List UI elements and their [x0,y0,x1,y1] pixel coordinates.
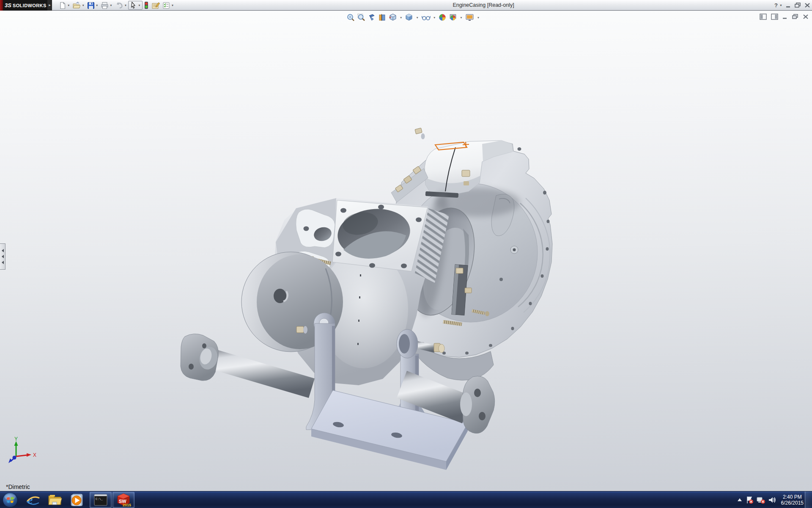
doc-minimize-icon[interactable] [782,14,788,19]
apply-scene-button[interactable] [448,13,458,22]
main-toolbar: ▼ ▼ ▼ [58,0,175,10]
zoom-to-fit-button[interactable] [346,13,355,22]
brand-name: SOLIDWORKS [13,3,47,8]
chevron-left-icon [2,249,4,252]
menu-expand-arrow[interactable]: ▶ [47,0,52,11]
hide-show-items-button[interactable] [421,13,431,22]
viewport-3d[interactable]: ▼ ▼ ▼ [0,11,812,491]
taskbar-file-explorer[interactable] [47,491,63,508]
taskbar-media-player[interactable] [69,491,85,508]
pane-right-icon[interactable] [771,14,778,20]
dropdown-arrow[interactable]: ▼ [416,16,418,19]
new-document-icon [59,2,66,9]
view-orientation-button[interactable] [388,13,398,22]
taskbar-internet-explorer[interactable]: e [25,491,41,508]
help-dropdown-arrow[interactable]: ▼ [779,4,782,7]
dropdown-arrow[interactable]: ▼ [433,16,436,19]
save-icon [87,2,95,9]
document-window-controls [760,14,809,20]
previous-view-icon [368,13,376,22]
previous-view-button[interactable] [367,13,376,22]
taskbar-command-prompt[interactable]: C:\_ [90,492,112,508]
help-button[interactable]: ? [774,2,778,8]
close-button[interactable] [804,3,810,8]
view-orientation-icon [389,13,397,22]
section-view-icon [378,13,387,22]
clock-time: 2:40 PM [781,494,804,500]
edit-note-icon [151,2,160,9]
zoom-to-fit-icon [346,13,355,22]
traffic-light-button[interactable] [143,1,150,10]
save-button[interactable]: ▼ [86,1,99,10]
undo-button[interactable]: ▼ [114,1,128,10]
zoom-to-area-icon [357,13,365,22]
edit-appearance-button[interactable] [438,13,447,22]
network-status-icon[interactable] [756,496,765,504]
select-button[interactable]: ▼ [128,1,142,10]
taskbar: e C [0,491,812,508]
orientation-triad: Y X [3,436,46,468]
taskbar-clock[interactable]: 2:40 PM 6/26/2015 [781,494,804,506]
doc-close-icon[interactable] [803,14,809,19]
restore-button[interactable] [795,3,801,8]
triad-y-label: Y [14,436,18,442]
solidworks-window: ▼ ▼ ▼ [0,0,812,508]
view-settings-icon [465,13,475,22]
hidden-icons-button[interactable] [737,497,743,502]
new-document-button[interactable]: ▼ [58,1,71,10]
traffic-light-icon [144,1,149,9]
edit-note-button[interactable] [150,1,161,10]
select-cursor-icon [130,2,137,9]
open-icon [72,2,81,9]
print-button[interactable]: ▼ [99,1,113,10]
file-explorer-icon [47,493,63,507]
options-checklist-icon [162,2,170,9]
open-button[interactable]: ▼ [71,1,85,10]
chevron-left-icon [2,261,4,264]
display-style-button[interactable] [404,13,414,22]
dropdown-arrow[interactable]: ▼ [477,16,480,19]
system-tray: 2:40 PM 6/26/2015 [737,491,804,508]
clock-date: 6/26/2015 [781,500,804,506]
svg-text:C:\_: C:\_ [96,497,103,501]
taskbar-solidworks[interactable]: SW 2015 [112,492,134,508]
pane-left-icon[interactable] [760,14,767,20]
options-button[interactable]: ▼ [161,1,175,10]
chevron-left-icon [2,255,4,258]
document-title: EngineCasing [Read-only] [453,0,514,11]
logo-red-stripe [0,0,3,11]
dropdown-arrow[interactable]: ▼ [460,16,462,19]
window-controls: ? ▼ [774,0,810,11]
undo-icon [115,2,123,9]
title-bar: 3S SOLIDWORKS ▶ EngineCasing [Read-only]… [0,0,812,11]
edit-appearance-icon [438,13,447,22]
svg-text:2015: 2015 [123,503,131,507]
zoom-to-area-button[interactable] [357,13,366,22]
triad-x-label: X [33,452,36,458]
minimize-button[interactable] [786,3,791,8]
windows-start-icon [2,492,18,508]
doc-restore-icon[interactable] [792,14,798,19]
apply-scene-icon [449,13,457,22]
engine-casing-model[interactable] [0,11,812,491]
media-player-icon [70,493,84,507]
start-button[interactable] [2,491,19,508]
section-view-button[interactable] [378,13,387,22]
view-settings-button[interactable] [465,13,475,22]
view-orientation-label: *Dimetric [6,483,30,490]
hide-show-items-icon [421,13,431,22]
show-desktop-button[interactable] [805,491,812,508]
feature-manager-collapsed-tab[interactable] [0,243,5,270]
action-center-icon[interactable] [745,496,754,504]
volume-icon[interactable] [768,496,776,504]
command-prompt-icon: C:\_ [93,494,108,506]
ds-logo-mark: 3S [5,2,11,8]
internet-explorer-icon: e [26,493,40,507]
solidworks-2015-icon: SW 2015 [116,493,131,507]
print-icon [101,2,109,9]
heads-up-toolbar: ▼ ▼ ▼ [346,13,480,22]
solidworks-logo[interactable]: 3S SOLIDWORKS [0,0,47,11]
display-style-icon [405,13,413,22]
dropdown-arrow[interactable]: ▼ [400,16,402,19]
